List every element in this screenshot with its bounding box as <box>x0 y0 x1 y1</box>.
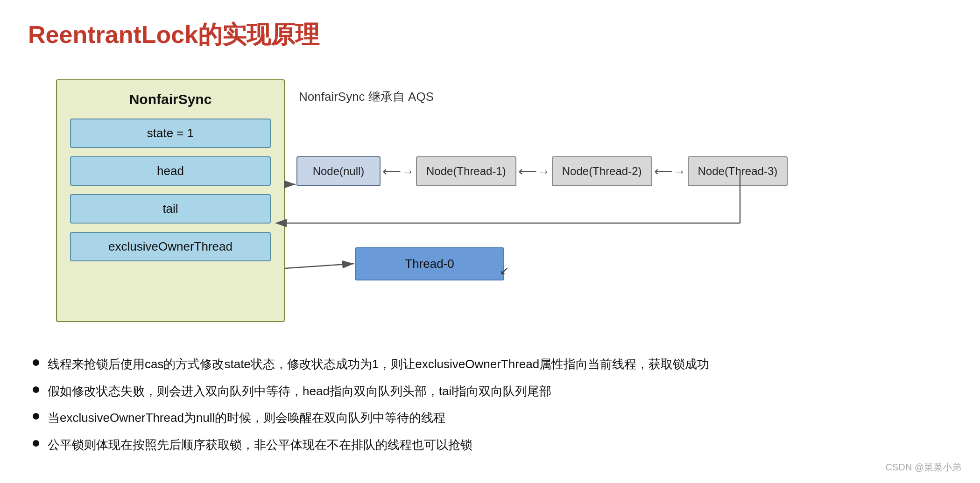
arrow-exclusive-to-thread0 <box>285 264 354 268</box>
field-head: head <box>70 156 271 186</box>
bullet-dot-4 <box>33 440 39 447</box>
node-thread2: Node(Thread-2) <box>552 156 652 186</box>
bullet-item-4: 公平锁则体现在按照先后顺序获取锁，非公平体现在不在排队的线程也可以抢锁 <box>33 435 952 455</box>
diagram-container: NonfairSync state = 1 head tail exclusiv… <box>28 75 952 336</box>
field-state: state = 1 <box>70 119 271 148</box>
arrow-3: ⟵→ <box>654 164 686 179</box>
field-exclusive: exclusiveOwnerThread <box>70 232 271 261</box>
bullet-dot-1 <box>33 359 39 366</box>
thread0-box: Thread-0 <box>355 247 504 280</box>
bullet-dot-3 <box>33 413 39 420</box>
node-thread3: Node(Thread-3) <box>688 156 788 186</box>
nonfair-title: NonfairSync <box>70 91 271 107</box>
bullet-item-1: 线程来抢锁后使用cas的方式修改state状态，修改状态成功为1，则让exclu… <box>33 355 952 374</box>
bullet-dot-2 <box>33 386 39 393</box>
node-thread1: Node(Thread-1) <box>416 156 516 186</box>
bullet-item-3: 当exclusiveOwnerThread为null的时候，则会唤醒在双向队列中… <box>33 408 952 428</box>
arrow-2: ⟵→ <box>518 164 550 179</box>
inherit-label: NonfairSync 继承自 AQS <box>299 89 434 105</box>
nonfair-sync-box: NonfairSync state = 1 head tail exclusiv… <box>56 79 285 322</box>
arrow-1: ⟵→ <box>382 164 414 179</box>
node-null: Node(null) <box>296 156 381 186</box>
page-title: ReentrantLock的实现原理 <box>28 19 952 51</box>
bullet-list: 线程来抢锁后使用cas的方式修改state状态，修改状态成功为1，则让exclu… <box>28 355 952 455</box>
nodes-row: Node(null) ⟵→ Node(Thread-1) ⟵→ Node(Thr… <box>296 156 788 186</box>
bullet-item-2: 假如修改状态失败，则会进入双向队列中等待，head指向双向队列头部，tail指向… <box>33 382 952 401</box>
field-tail: tail <box>70 194 271 224</box>
watermark: CSDN @菜菜小弟 <box>885 461 961 474</box>
